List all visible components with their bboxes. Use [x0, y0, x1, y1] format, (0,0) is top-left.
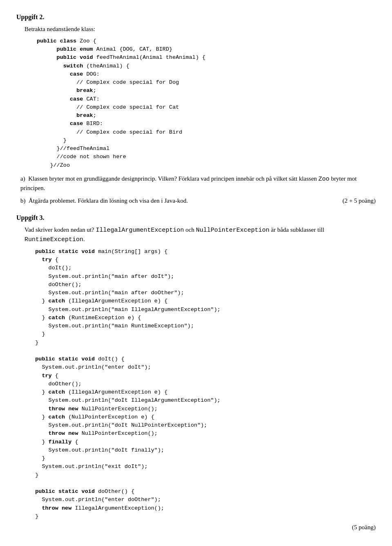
- intro-text-2: Betrakta nedanstående klass:: [24, 25, 376, 34]
- main-method-code: public static void main(String[] args) {…: [29, 248, 376, 521]
- zoo-class-code: public class Zoo { public enum Animal {D…: [29, 37, 376, 170]
- question-3-points-row: (5 poäng): [16, 523, 376, 532]
- question-3-points: (5 poäng): [352, 523, 376, 532]
- section-title-3: Uppgift 3.: [16, 213, 376, 222]
- intro-text-3: Vad skriver koden nedan ut? IllegalArgum…: [24, 226, 376, 244]
- question-2b-text: b) Åtgärda problemet. Förklara din lösni…: [20, 197, 334, 206]
- question-2b-row: b) Åtgärda problemet. Förklara din lösni…: [20, 197, 376, 206]
- section-uppgift2: Uppgift 2. Betrakta nedanstående klass: …: [16, 12, 376, 206]
- section-title-2: Uppgift 2.: [16, 12, 376, 22]
- question-2b-points: (2 + 5 poäng): [343, 197, 376, 206]
- question-2a-label: a) Klassen bryter mot en grundläggande d…: [20, 175, 376, 193]
- section-uppgift3: Uppgift 3. Vad skriver koden nedan ut? I…: [16, 213, 376, 532]
